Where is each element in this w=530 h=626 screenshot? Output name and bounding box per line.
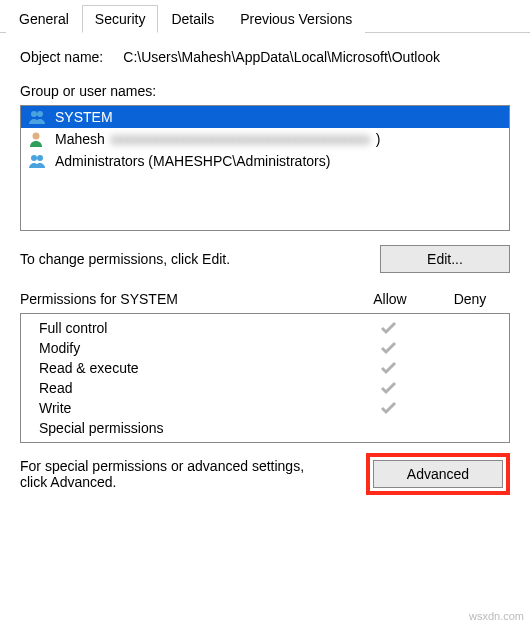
- group-icon: [27, 108, 49, 126]
- tab-previous-versions[interactable]: Previous Versions: [227, 5, 365, 33]
- user-icon: [27, 130, 49, 148]
- table-row: Special permissions: [21, 418, 509, 438]
- tab-general[interactable]: General: [6, 5, 82, 33]
- tab-security[interactable]: Security: [82, 5, 159, 33]
- permission-name: Write: [21, 400, 349, 416]
- advanced-row: For special permissions or advanced sett…: [20, 453, 510, 495]
- permissions-title: Permissions for SYSTEM: [20, 291, 350, 307]
- table-row: Write: [21, 398, 509, 418]
- permission-name: Modify: [21, 340, 349, 356]
- watermark: wsxdn.com: [469, 610, 524, 622]
- list-item[interactable]: Mahesh xxxxxxxxxxxxxxxxxxxxxxxxxxxxxxxxx…: [21, 128, 509, 150]
- deny-column-header: Deny: [430, 291, 510, 307]
- advanced-highlight: Advanced: [366, 453, 510, 495]
- list-item-label: SYSTEM: [55, 109, 113, 125]
- security-panel: Object name: C:\Users\Mahesh\AppData\Loc…: [0, 33, 530, 507]
- allow-check-icon: [349, 361, 429, 375]
- table-row: Read & execute: [21, 358, 509, 378]
- edit-row: To change permissions, click Edit. Edit.…: [20, 245, 510, 273]
- permission-name: Special permissions: [21, 420, 349, 436]
- svg-point-2: [33, 133, 40, 140]
- allow-check-icon: [349, 341, 429, 355]
- list-item-hidden: xxxxxxxxxxxxxxxxxxxxxxxxxxxxxxxxxxxxx: [111, 131, 370, 147]
- object-name-value: C:\Users\Mahesh\AppData\Local\Microsoft\…: [123, 49, 440, 65]
- allow-check-icon: [349, 321, 429, 335]
- tab-details[interactable]: Details: [158, 5, 227, 33]
- edit-hint: To change permissions, click Edit.: [20, 251, 230, 267]
- table-row: Full control: [21, 318, 509, 338]
- edit-button[interactable]: Edit...: [380, 245, 510, 273]
- advanced-button[interactable]: Advanced: [373, 460, 503, 488]
- list-item-suffix: ): [376, 131, 381, 147]
- table-row: Read: [21, 378, 509, 398]
- permission-name: Full control: [21, 320, 349, 336]
- group-user-listbox[interactable]: SYSTEM Mahesh xxxxxxxxxxxxxxxxxxxxxxxxxx…: [20, 105, 510, 231]
- svg-point-0: [31, 111, 37, 117]
- svg-point-4: [37, 155, 43, 161]
- object-name-label: Object name:: [20, 49, 103, 65]
- list-item[interactable]: SYSTEM: [21, 106, 509, 128]
- object-name-row: Object name: C:\Users\Mahesh\AppData\Loc…: [20, 49, 510, 65]
- tabstrip: General Security Details Previous Versio…: [0, 0, 530, 33]
- allow-check-icon: [349, 401, 429, 415]
- svg-point-1: [37, 111, 43, 117]
- permission-name: Read: [21, 380, 349, 396]
- permissions-table: Full control Modify Read & execute Read …: [20, 313, 510, 443]
- group-icon: [27, 152, 49, 170]
- group-user-label: Group or user names:: [20, 83, 510, 99]
- list-item-label: Mahesh: [55, 131, 105, 147]
- advanced-hint: For special permissions or advanced sett…: [20, 458, 330, 490]
- permissions-header: Permissions for SYSTEM Allow Deny: [20, 291, 510, 307]
- svg-point-3: [31, 155, 37, 161]
- permission-name: Read & execute: [21, 360, 349, 376]
- list-item-label: Administrators (MAHESHPC\Administrators): [55, 153, 330, 169]
- allow-check-icon: [349, 381, 429, 395]
- list-item[interactable]: Administrators (MAHESHPC\Administrators): [21, 150, 509, 172]
- table-row: Modify: [21, 338, 509, 358]
- allow-column-header: Allow: [350, 291, 430, 307]
